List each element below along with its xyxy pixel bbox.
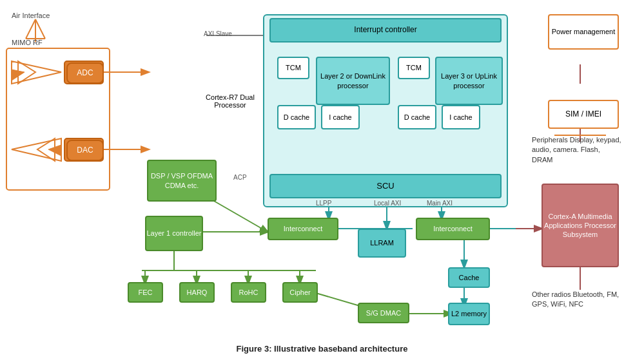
peripherals-text: Peripherals Display, keypad, audio, came…: [532, 135, 622, 165]
sgdmac-box: S/G DMAC: [358, 303, 409, 323]
svg-line-2: [35, 19, 45, 39]
svg-marker-12: [37, 138, 55, 161]
svg-marker-8: [12, 70, 24, 81]
adc-box: ADC: [66, 62, 104, 84]
cortex-r7-label: Cortex-R7 Dual Processor: [201, 93, 259, 109]
svg-marker-10: [12, 138, 61, 161]
dac-box: DAC: [66, 140, 104, 161]
mimo-rf-label: MIMO RF: [12, 39, 43, 46]
rohc-box: RoHC: [231, 282, 266, 303]
cache-box: Cache: [448, 267, 490, 288]
svg-marker-9: [18, 61, 35, 84]
svg-marker-7: [12, 61, 61, 84]
llpp-label: LLPP: [316, 200, 331, 207]
dsp-box: DSP / VSP OFDMA CDMA etc.: [147, 160, 217, 202]
llram-box: LLRAM: [358, 229, 406, 258]
axi-slave-label: AXI Slave: [204, 30, 232, 37]
icache1-box: I cache: [321, 105, 360, 129]
scu-box: SCU: [269, 174, 502, 198]
power-mgmt-box: Power management: [548, 14, 619, 50]
interconnect2-box: Interconnect: [416, 218, 490, 240]
harq-box: HARQ: [179, 282, 215, 303]
dcache1-box: D cache: [277, 105, 316, 129]
icache2-box: I cache: [442, 105, 480, 129]
diagram-container: Air Interface MIMO RF ADC DAC DSP / VSP …: [0, 0, 644, 360]
other-radios-text: Other radios Bluetooth, FM, GPS, WiFi, N…: [532, 290, 622, 310]
local-axi-label: Local AXI: [374, 200, 401, 207]
interconnect1-box: Interconnect: [268, 218, 338, 240]
sim-imei-box: SIM / IMEI: [548, 100, 619, 129]
tcm1-box: TCM: [277, 57, 309, 79]
figure-caption: Figure 3: Illustrative baseband architec…: [237, 344, 408, 354]
main-axi-label: Main AXI: [427, 200, 453, 207]
air-interface-label: Air Interface: [12, 12, 50, 19]
cipher-box: Cipher: [282, 282, 318, 303]
interrupt-controller-box: Interrupt controller: [269, 18, 502, 43]
svg-marker-11: [48, 145, 61, 156]
tcm2-box: TCM: [398, 57, 430, 79]
layer3-processor-box: Layer 3 or UpLink processor: [435, 57, 503, 105]
fec-box: FEC: [128, 282, 163, 303]
l2memory-box: L2 memory: [448, 303, 490, 325]
acp-label: ACP: [233, 174, 247, 181]
cortex-a-box: Cortex-A Multimedia Applications Process…: [542, 184, 619, 267]
svg-line-0: [26, 19, 35, 39]
layer2-processor-box: Layer 2 or DownLink processor: [316, 57, 390, 105]
layer1-controller-box: Layer 1 controller: [145, 216, 203, 251]
dcache2-box: D cache: [398, 105, 436, 129]
